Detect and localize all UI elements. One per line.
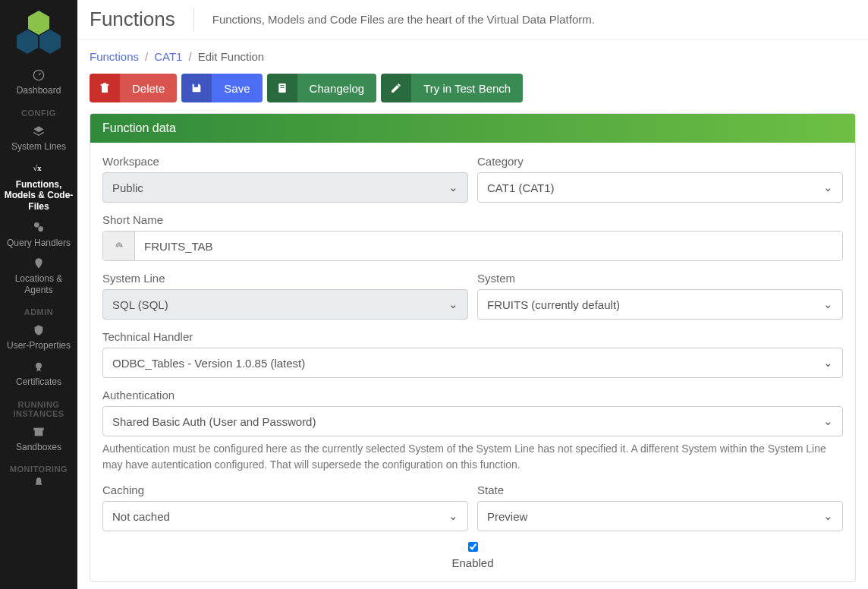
button-label: Try in Test Bench bbox=[411, 74, 523, 102]
handler-label: Technical Handler bbox=[102, 330, 843, 343]
sidebar-item-systemlines[interactable]: System Lines bbox=[0, 121, 77, 157]
systemline-label: System Line bbox=[102, 272, 468, 285]
category-select[interactable]: CAT1 (CAT1) ⌄ bbox=[477, 172, 843, 203]
handler-group: Technical Handler ODBC_Tables - Version … bbox=[102, 330, 843, 378]
button-label: Save bbox=[212, 74, 262, 102]
sidebar-item-monitoring[interactable] bbox=[0, 477, 77, 497]
svg-text:√x: √x bbox=[33, 164, 42, 172]
state-label: State bbox=[477, 483, 843, 496]
sidebar-section-config: CONFIG bbox=[21, 109, 56, 118]
sidebar-item-label: Functions, Models & Code-Files bbox=[3, 179, 74, 212]
delete-button[interactable]: Delete bbox=[90, 74, 177, 102]
category-label: Category bbox=[477, 155, 843, 168]
caching-label: Caching bbox=[102, 483, 468, 496]
workspace-label: Workspace bbox=[102, 155, 468, 168]
sidebar-item-sandboxes[interactable]: Sandboxes bbox=[0, 421, 77, 458]
sidebar-item-label: Certificates bbox=[16, 376, 61, 387]
chevron-down-icon: ⌄ bbox=[448, 509, 458, 523]
fingerprint-icon bbox=[103, 232, 135, 260]
sidebar: Dashboard CONFIG System Lines √x Functio… bbox=[0, 0, 77, 589]
workspace-group: Workspace Public ⌄ bbox=[102, 155, 468, 203]
sidebar-item-label: User-Properties bbox=[7, 340, 71, 351]
bell-icon bbox=[33, 477, 45, 491]
trash-icon bbox=[90, 74, 120, 102]
workspace-select: Public ⌄ bbox=[102, 172, 468, 203]
book-icon bbox=[267, 74, 297, 102]
page-subtitle: Functions, Models and Code Files are the… bbox=[212, 13, 595, 26]
svg-point-6 bbox=[34, 222, 39, 228]
breadcrumb-functions[interactable]: Functions bbox=[90, 50, 139, 63]
function-icon: √x bbox=[32, 162, 46, 178]
caching-group: Caching Not cached ⌄ bbox=[102, 483, 468, 531]
changelog-button[interactable]: Changelog bbox=[267, 74, 377, 102]
shortname-label: Short Name bbox=[102, 213, 843, 226]
action-row: Delete Save Changelog Try in Test Bench bbox=[90, 74, 856, 102]
select-value: Not cached bbox=[112, 510, 170, 523]
function-card: Function data Workspace Public ⌄ Categor… bbox=[90, 113, 856, 582]
chevron-down-icon: ⌄ bbox=[823, 298, 833, 311]
chevron-down-icon: ⌄ bbox=[823, 181, 833, 194]
enabled-group: Enabled bbox=[102, 542, 843, 569]
save-icon bbox=[181, 74, 212, 102]
chevron-down-icon: ⌄ bbox=[448, 298, 458, 311]
topbar: Functions Functions, Models and Code Fil… bbox=[77, 0, 868, 39]
svg-rect-11 bbox=[278, 83, 285, 93]
select-value: CAT1 (CAT1) bbox=[487, 181, 555, 194]
sidebar-section-monitoring: MONITORING bbox=[10, 465, 68, 474]
test-bench-button[interactable]: Try in Test Bench bbox=[381, 74, 523, 102]
save-button[interactable]: Save bbox=[181, 74, 262, 102]
sidebar-item-label: System Lines bbox=[11, 141, 66, 152]
sidebar-item-label: Locations & Agents bbox=[3, 273, 74, 295]
sidebar-item-locations[interactable]: Locations & Agents bbox=[0, 253, 77, 300]
auth-help-text: Authentication must be configured here a… bbox=[102, 441, 843, 473]
cogs-icon bbox=[33, 221, 45, 235]
dashboard-icon bbox=[33, 69, 45, 83]
shortname-input[interactable] bbox=[135, 232, 842, 260]
certificate-icon bbox=[33, 361, 45, 375]
card-body: Workspace Public ⌄ Category CAT1 (CAT1) … bbox=[90, 143, 855, 581]
svg-point-7 bbox=[38, 226, 43, 232]
sidebar-item-certificates[interactable]: Certificates bbox=[0, 356, 77, 392]
systemline-select: SQL (SQL) ⌄ bbox=[102, 289, 468, 320]
breadcrumb: Functions / CAT1 / Edit Function bbox=[90, 50, 856, 63]
breadcrumb-sep: / bbox=[188, 50, 191, 63]
button-label: Changelog bbox=[297, 74, 377, 102]
state-select[interactable]: Preview ⌄ bbox=[477, 501, 843, 531]
box-icon bbox=[33, 426, 45, 440]
select-value: ODBC_Tables - Version 1.0.85 (latest) bbox=[112, 357, 305, 370]
handler-select[interactable]: ODBC_Tables - Version 1.0.85 (latest) ⌄ bbox=[102, 348, 843, 378]
breadcrumb-category[interactable]: CAT1 bbox=[154, 50, 182, 63]
svg-marker-0 bbox=[28, 11, 49, 35]
sidebar-item-userprops[interactable]: User-Properties bbox=[0, 320, 77, 356]
breadcrumb-current: Edit Function bbox=[198, 50, 265, 63]
enabled-label: Enabled bbox=[451, 556, 493, 569]
chevron-down-icon: ⌄ bbox=[823, 414, 833, 428]
state-group: State Preview ⌄ bbox=[477, 483, 843, 531]
content: Functions / CAT1 / Edit Function Delete … bbox=[77, 39, 868, 589]
select-value: Preview bbox=[487, 510, 527, 523]
shield-icon bbox=[33, 324, 45, 339]
system-select[interactable]: FRUITS (currently default) ⌄ bbox=[477, 289, 843, 320]
sidebar-item-queryhandlers[interactable]: Query Handlers bbox=[0, 216, 77, 253]
sidebar-item-functions[interactable]: √x Functions, Models & Code-Files bbox=[0, 157, 77, 217]
button-label: Delete bbox=[120, 74, 177, 102]
main: Functions Functions, Models and Code Fil… bbox=[77, 0, 868, 589]
svg-marker-4 bbox=[33, 126, 43, 132]
select-value: SQL (SQL) bbox=[112, 298, 168, 311]
svg-point-8 bbox=[36, 363, 42, 369]
systemline-group: System Line SQL (SQL) ⌄ bbox=[102, 272, 468, 320]
sidebar-item-label: Sandboxes bbox=[16, 442, 61, 452]
system-label: System bbox=[477, 272, 843, 285]
sidebar-item-dashboard[interactable]: Dashboard bbox=[0, 65, 77, 101]
sidebar-item-label: Dashboard bbox=[17, 85, 61, 96]
svg-rect-10 bbox=[33, 427, 43, 430]
sidebar-item-label: Query Handlers bbox=[7, 238, 71, 248]
caching-select[interactable]: Not cached ⌄ bbox=[102, 501, 468, 531]
enabled-checkbox[interactable] bbox=[468, 542, 478, 552]
layers-icon bbox=[33, 125, 45, 140]
auth-select[interactable]: Shared Basic Auth (User and Password) ⌄ bbox=[102, 406, 843, 436]
svg-rect-9 bbox=[35, 430, 43, 436]
sidebar-section-admin: ADMIN bbox=[24, 307, 54, 317]
auth-label: Authentication bbox=[102, 389, 843, 402]
svg-marker-2 bbox=[39, 30, 61, 54]
